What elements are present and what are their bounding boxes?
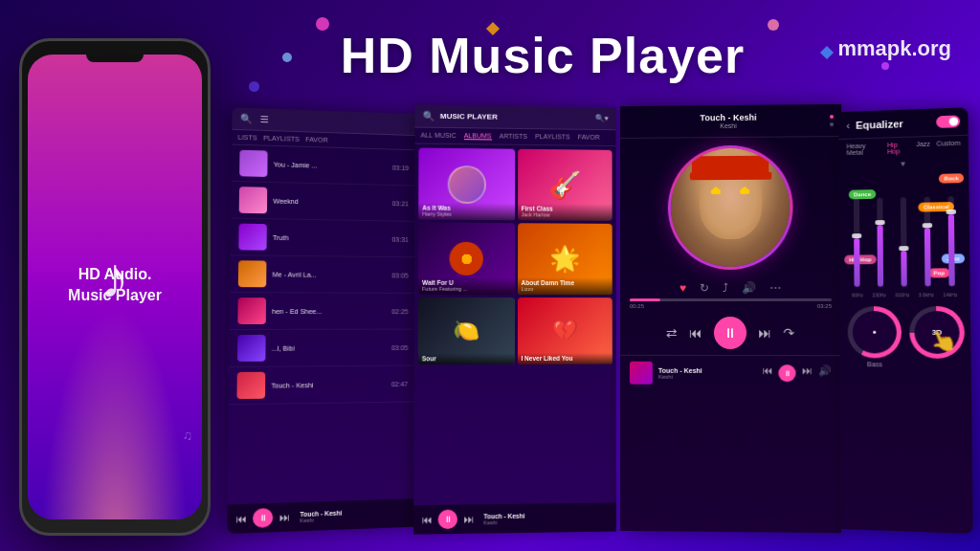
song-duration: 02:25 <box>391 308 408 315</box>
eq-bar-track-3[interactable] <box>901 197 907 286</box>
album-card[interactable]: ⏺ Wait For U Future Featuring ... <box>418 223 515 295</box>
eq-toggle[interactable] <box>936 115 960 128</box>
tab-albums[interactable]: ALBUMS <box>464 132 492 140</box>
action-icons: ♥ ↻ ⤴ 🔊 ⋯ <box>620 277 841 298</box>
eq-bar-track-1[interactable] <box>854 198 860 287</box>
eq-bar-knob-5[interactable] <box>947 209 957 214</box>
repeat-icon[interactable]: ↻ <box>700 281 709 295</box>
search-icon[interactable]: 🔍 <box>240 113 253 123</box>
eq-label-pop: Pop <box>928 268 949 277</box>
tab-playlists[interactable]: PLAYLISTS <box>535 133 570 141</box>
preset-heavy-metal[interactable]: Heavy Metal <box>846 142 881 156</box>
freq-label-1: 60Hz <box>852 293 863 298</box>
eq-bar-track-2[interactable] <box>877 198 883 287</box>
panel-albums: 🔍 MUSIC PLAYER 🔍▾ ALL MUSIC ALBUMS ARTIS… <box>413 105 616 535</box>
next-btn[interactable]: ⏭ <box>463 513 474 524</box>
eq-bar-knob-4[interactable] <box>923 223 932 228</box>
prev-btn[interactable]: ⏮ <box>689 325 702 341</box>
bottom-track-name: Touch - Keshi <box>483 512 524 519</box>
song-info: Me - Avril La... <box>273 271 387 278</box>
preset-jazz[interactable]: Jazz <box>916 141 930 154</box>
bottom-prev-btn[interactable]: ⏮ <box>762 364 772 382</box>
back-icon[interactable]: ‹ <box>846 120 850 131</box>
deco-shape-2 <box>282 53 292 62</box>
album-card[interactable]: 🍋 Sour <box>418 298 515 364</box>
eq-bar-knob-2[interactable] <box>875 220 884 225</box>
album-card[interactable]: As It Was Harry Styles <box>418 148 514 221</box>
shuffle-btn[interactable]: ⇄ <box>666 325 678 341</box>
tab-all-music[interactable]: ALL MUSIC <box>421 132 457 140</box>
song-thumbnail <box>238 224 267 251</box>
bottom-track-info: Touch - Keshi Keshi <box>483 512 524 525</box>
phone-mockup: ♪ HD Audio. Music Player ♫ <box>19 38 211 536</box>
share-icon[interactable]: ⤴ <box>723 281 728 295</box>
current-track-info: Touch - Keshi Keshi <box>300 509 342 523</box>
freq-label-4: 3.6kHz <box>919 292 934 298</box>
song-info: ...l, Bibi <box>272 344 386 352</box>
eq-bar-track-4[interactable] <box>924 197 931 287</box>
repeat-btn[interactable]: ↷ <box>783 325 794 341</box>
eq-bar-group-3 <box>894 197 914 286</box>
tab-favor[interactable]: FAVOR <box>578 134 600 142</box>
bottom-volume-btn[interactable]: 🔊 <box>818 364 832 382</box>
list-item[interactable]: Weeknd 03:21 <box>231 182 416 222</box>
next-btn[interactable]: ⏭ <box>758 325 771 341</box>
tab-artists[interactable]: ARTISTS <box>500 133 527 141</box>
song-title: Touch - Keshi <box>271 381 385 388</box>
more-icon[interactable]: ⋯ <box>769 281 781 295</box>
bass-knob[interactable] <box>848 306 902 358</box>
album-artist: Lizzo <box>522 286 609 292</box>
preset-hip-hop[interactable]: Hip Hop <box>887 142 910 155</box>
bottom-artist-name: Keshi <box>658 373 702 379</box>
albums-mini-player: ⏮ ⏸ ⏭ Touch - Keshi Keshi <box>413 502 616 534</box>
tab-favor[interactable]: FAVOR <box>305 136 328 143</box>
tab-lists[interactable]: LISTS <box>237 134 256 141</box>
album-artist: Harry Styles <box>422 211 510 218</box>
eq-bar-track-5[interactable] <box>947 196 954 286</box>
heart-icon[interactable]: ♥ <box>679 281 686 295</box>
song-duration: 02:47 <box>391 381 409 387</box>
progress-bar[interactable] <box>630 298 832 301</box>
song-thumbnail <box>237 298 266 324</box>
album-artist: Jack Harlow <box>522 211 609 218</box>
player-artist: Keshi <box>628 121 830 130</box>
list-item[interactable]: ...l, Bibi 03:05 <box>229 330 415 367</box>
progress-fill <box>630 298 659 301</box>
player-album-art <box>668 144 793 270</box>
play-pause-btn[interactable]: ⏸ <box>714 317 746 349</box>
search-icon[interactable]: 🔍 <box>423 111 434 121</box>
eq-bar-fill-1 <box>854 238 859 287</box>
list-item[interactable]: hen - Ed Shee... 02:25 <box>230 293 416 330</box>
search-expand-icon[interactable]: 🔍▾ <box>595 114 609 122</box>
prev-btn[interactable]: ⏮ <box>235 513 247 525</box>
list-item[interactable]: Truth 03:31 <box>231 219 416 258</box>
list-item[interactable]: Me - Avril La... 03:05 <box>230 255 415 294</box>
bottom-play-btn[interactable]: ⏸ <box>778 364 795 382</box>
list-item[interactable]: Touch - Keshi 02:47 <box>229 365 415 405</box>
play-pause-btn[interactable]: ⏸ <box>253 508 273 528</box>
page-title: HD Music Player <box>297 27 789 84</box>
play-pause-btn[interactable]: ⏸ <box>438 510 457 530</box>
song-duration: 03:21 <box>392 200 409 207</box>
menu-icon[interactable]: ☰ <box>260 114 269 124</box>
girl-silhouette <box>28 264 202 519</box>
dot-indicator <box>830 115 834 119</box>
tab-playlists[interactable]: PLAYLISTS <box>263 135 300 143</box>
player-header: Touch - Keshi Keshi <box>620 104 841 139</box>
album-card[interactable]: 🎸 First Class Jack Harlow <box>518 149 612 221</box>
bottom-track-text: Touch - Keshi Keshi <box>658 366 702 379</box>
current-time: 00:25 <box>630 303 644 309</box>
album-card[interactable]: 🌟 About Damn Time Lizzo <box>518 223 612 295</box>
list-item[interactable]: You - Jamie ... 03:19 <box>232 145 416 187</box>
next-btn[interactable]: ⏭ <box>278 511 290 522</box>
eq-bar-knob-1[interactable] <box>852 233 861 238</box>
treble-knob-container: 3D 👆 <box>909 306 965 368</box>
eq-bar-fill-5 <box>948 214 955 286</box>
album-card[interactable]: 💔 I Never Liked You <box>517 298 612 364</box>
prev-btn[interactable]: ⏮ <box>421 514 432 525</box>
preset-custom[interactable]: Custom <box>936 140 960 153</box>
bottom-next-btn[interactable]: ⏭ <box>802 364 813 382</box>
volume-icon[interactable]: 🔊 <box>742 281 756 295</box>
eq-bar-knob-3[interactable] <box>899 246 908 251</box>
eq-knobs-row: Bass 3D 👆 <box>839 300 970 374</box>
